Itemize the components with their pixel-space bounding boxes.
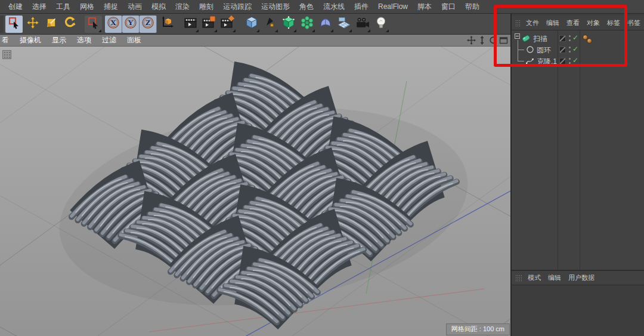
menu-script[interactable]: 脚本 — [413, 0, 436, 13]
menu-window[interactable]: 窗口 — [436, 0, 460, 13]
layer-toggle[interactable] — [559, 58, 566, 64]
render-region-icon — [202, 16, 216, 32]
live-selection-button[interactable] — [5, 16, 23, 33]
panel-grip-icon[interactable] — [515, 20, 521, 26]
rotate-tool-button[interactable] — [61, 16, 78, 33]
move-icon — [26, 16, 39, 32]
menu-realflow[interactable]: RealFlow — [373, 0, 413, 13]
subdivision-surface-button[interactable] — [280, 16, 297, 33]
menu-sculpt[interactable]: 雕刻 — [194, 0, 218, 13]
menu-tools[interactable]: 工具 — [51, 0, 75, 13]
menu-character[interactable]: 角色 — [295, 0, 318, 13]
menu-plugins[interactable]: 插件 — [349, 0, 373, 13]
am-menu-userdata[interactable]: 用户数据 — [565, 273, 598, 282]
om-menu-tags[interactable]: 标签 — [603, 19, 624, 27]
render-visibility-dot[interactable] — [569, 62, 571, 64]
render-view-button[interactable] — [182, 16, 199, 33]
object-name[interactable]: 克隆.1 — [537, 57, 557, 67]
menu-animate[interactable]: 动画 — [123, 0, 147, 13]
spline-icon — [525, 57, 534, 67]
am-menu-mode[interactable]: 模式 — [524, 273, 544, 282]
object-row-circle[interactable]: 圆环 ✓ — [512, 44, 644, 56]
viewport-3d[interactable]: 网格间距 : 100 cm — [0, 47, 510, 336]
pan-view-icon[interactable] — [466, 36, 476, 45]
pen-icon — [263, 16, 277, 32]
live-selection-icon — [8, 16, 21, 32]
viewport-menu-cameras[interactable]: 摄像机 — [14, 35, 47, 46]
object-row-sweep[interactable]: 扫描 ✓ — [512, 33, 644, 44]
om-menu-edit[interactable]: 编辑 — [543, 19, 563, 27]
layer-toggle[interactable] — [559, 47, 566, 53]
rotate-view-icon[interactable] — [488, 36, 497, 45]
move-tool-button[interactable] — [24, 16, 41, 33]
enabled-checkmark[interactable]: ✓ — [572, 56, 578, 64]
array-generator-button[interactable] — [298, 16, 315, 33]
scale-tool-button[interactable] — [42, 16, 60, 33]
floor-environment-button[interactable] — [335, 16, 352, 33]
rotate-icon — [63, 16, 76, 32]
viewport-menu-options[interactable]: 选项 — [72, 35, 97, 46]
om-menu-view[interactable]: 查看 — [563, 19, 583, 27]
panel-grip-icon[interactable] — [515, 275, 523, 281]
menu-snap[interactable]: 捕捉 — [99, 0, 123, 13]
deformer-icon — [318, 16, 333, 32]
render-settings-button[interactable] — [219, 16, 236, 33]
viewport-menu-view[interactable]: 看 — [1, 35, 14, 46]
menu-pipeline[interactable]: 流水线 — [318, 0, 349, 13]
editor-visibility-dot[interactable] — [569, 47, 571, 48]
object-name[interactable]: 扫描 — [533, 34, 547, 44]
attribute-manager-body[interactable] — [512, 285, 644, 336]
grid-spacing-label: 网格间距 : 100 cm — [446, 323, 510, 335]
undo-icon[interactable] — [0, 16, 4, 33]
svg-text:Y: Y — [128, 19, 133, 27]
primitive-cube-button[interactable] — [243, 16, 260, 33]
lock-y-axis-button[interactable]: Y — [122, 16, 140, 33]
menu-create[interactable]: 创建 — [4, 0, 27, 13]
camera-button[interactable] — [354, 16, 371, 33]
light-button[interactable] — [372, 16, 389, 33]
spline-pen-button[interactable] — [261, 16, 278, 33]
am-menu-edit[interactable]: 编辑 — [544, 273, 565, 282]
y-axis-icon: Y — [123, 16, 138, 32]
om-menu-bookmarks[interactable]: 书签 — [624, 19, 644, 27]
enabled-checkmark[interactable]: ✓ — [572, 45, 578, 53]
layer-toggle[interactable] — [559, 35, 566, 42]
maximize-view-icon[interactable] — [499, 36, 508, 45]
deformer-button[interactable] — [317, 16, 334, 33]
floor-icon — [337, 16, 351, 32]
cinema4d-window: 创建 选择 工具 网格 捕捉 动画 模拟 渲染 雕刻 运动跟踪 运动图形 角色 … — [0, 0, 644, 336]
menu-render[interactable]: 渲染 — [171, 0, 194, 13]
menu-select[interactable]: 选择 — [27, 0, 51, 13]
enabled-checkmark[interactable]: ✓ — [572, 33, 578, 42]
menu-mograph[interactable]: 运动图形 — [256, 0, 295, 13]
object-row-clone[interactable]: 克隆.1 ✓ — [512, 56, 644, 67]
coordinate-system-button[interactable] — [158, 16, 175, 33]
viewport-nav — [466, 36, 510, 45]
menu-motion-tracker[interactable]: 运动跟踪 — [218, 0, 256, 13]
render-visibility-dot[interactable] — [569, 39, 571, 41]
lock-z-axis-button[interactable]: Z — [140, 16, 157, 33]
editor-visibility-dot[interactable] — [569, 58, 571, 60]
main-menubar: 创建 选择 工具 网格 捕捉 动画 模拟 渲染 雕刻 运动跟踪 运动图形 角色 … — [0, 0, 644, 14]
viewport-menu-panel[interactable]: 面板 — [122, 35, 147, 46]
sweep-icon — [521, 33, 531, 45]
om-menu-file[interactable]: 文件 — [522, 19, 543, 27]
rectangle-selection-button[interactable] — [85, 16, 102, 33]
menu-help[interactable]: 帮助 — [460, 0, 484, 13]
menu-mesh[interactable]: 网格 — [75, 0, 99, 13]
render-visibility-dot[interactable] — [569, 51, 571, 53]
collapse-toggle-icon[interactable] — [515, 33, 520, 39]
lock-x-axis-button[interactable]: X — [105, 16, 122, 33]
object-manager-tree[interactable]: 扫描 ✓ 圆环 ✓ — [512, 30, 644, 270]
svg-text:X: X — [111, 19, 116, 27]
viewport-thumbnail-icon[interactable] — [2, 50, 11, 59]
render-region-button[interactable] — [200, 16, 218, 33]
smoothing-tag-icon[interactable] — [587, 38, 592, 44]
editor-visibility-dot[interactable] — [569, 35, 571, 37]
zoom-view-icon[interactable] — [477, 36, 487, 45]
viewport-menu-display[interactable]: 显示 — [47, 35, 72, 46]
viewport-menu-filter[interactable]: 过滤 — [97, 35, 122, 46]
om-menu-objects[interactable]: 对象 — [583, 19, 603, 27]
menu-simulate[interactable]: 模拟 — [147, 0, 171, 13]
object-name[interactable]: 圆环 — [537, 45, 551, 56]
